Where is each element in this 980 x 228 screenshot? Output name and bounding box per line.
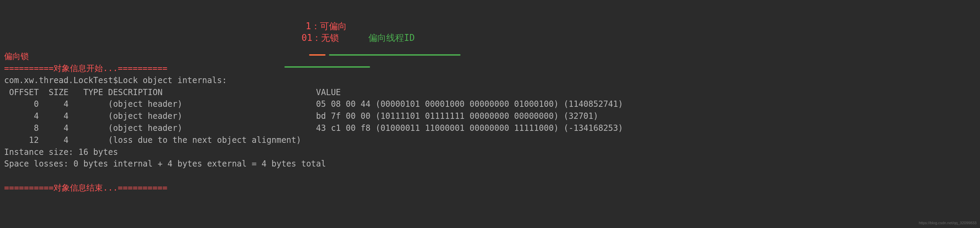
row-1-binary: (10111101 01111111 00000000 00000000) — [375, 111, 564, 121]
row-0-left: 0 4 (object header) — [4, 99, 316, 109]
lock-type-label: 偏向锁 — [4, 51, 29, 61]
instance-size: Instance size: 16 bytes — [4, 147, 118, 157]
class-line: com.xw.thread.LockTest$Lock object inter… — [4, 75, 227, 85]
annotation-no-lock: 01：无锁 — [302, 32, 339, 45]
end-marker: ==========对象信息结束...========== — [4, 183, 167, 193]
row-0-hex: 05 08 00 44 — [316, 99, 375, 109]
underline-green-2 — [285, 66, 370, 67]
row-1-hex: bd 7f 00 00 — [316, 111, 375, 121]
watermark: https://blog.csdn.net/qq_32099833 — [919, 220, 977, 226]
row-3-left: 12 4 (loss due to the next object alignm… — [4, 135, 301, 145]
row-1-left: 4 4 (object header) — [4, 111, 316, 121]
row-2-hex: 43 c1 00 f8 — [316, 123, 375, 133]
row-1-decimal: (32701) — [564, 111, 598, 121]
start-marker: ==========对象信息开始...========== — [4, 64, 167, 73]
underline-green-1 — [329, 54, 461, 56]
row-2-left: 8 4 (object header) — [4, 123, 316, 133]
row-0-binary: (00000101 00001000 00000000 01000100) — [375, 99, 564, 109]
row-0-decimal: (1140852741) — [564, 99, 623, 109]
column-headers: OFFSET SIZE TYPE DESCRIPTION VALUE — [4, 88, 341, 97]
row-2-decimal: (-134168253) — [564, 123, 623, 133]
space-losses: Space losses: 0 bytes internal + 4 bytes… — [4, 159, 326, 169]
underline-orange-1 — [309, 54, 326, 56]
annotation-biasable: 1：可偏向 — [305, 20, 347, 33]
terminal-output: 偏向锁 ==========对象信息开始...========== com.xw… — [4, 50, 976, 194]
row-2-binary: (01000011 11000001 00000000 11111000) — [375, 123, 564, 133]
annotation-thread-id: 偏向线程ID — [368, 32, 415, 45]
